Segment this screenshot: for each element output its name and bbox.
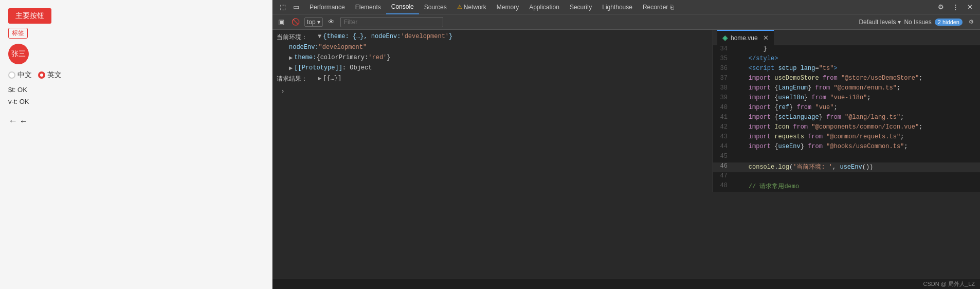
source-filename: home.vue	[731, 34, 758, 42]
line-content-43: import requests from "@common/requets.ts…	[734, 133, 904, 140]
tab-console-label: Console	[391, 3, 414, 10]
proto-sep: : Object	[342, 64, 372, 71]
tab-memory-label: Memory	[497, 4, 519, 11]
issues-settings-icon[interactable]: ⚙	[966, 16, 977, 28]
tab-application-label: Application	[529, 4, 559, 11]
proto-arrow[interactable]: ▶	[289, 64, 293, 72]
devtools-toolbar: ▣ 🚫 top ▾ 👁 Default levels ▾ No Issues 2…	[273, 14, 980, 30]
code-line-40: 40 import {ref} from "vue";	[713, 104, 980, 114]
line-content-41: import {setLanguage} from "@lang/lang.ts…	[734, 114, 904, 121]
radio-chinese-label: 中文	[17, 70, 32, 80]
source-close-icon[interactable]: ✕	[763, 34, 769, 42]
tab-recorder[interactable]: Recorder ⎗	[638, 0, 679, 14]
line-content-48: // 请求常用demo	[734, 182, 799, 191]
tab-memory[interactable]: Memory	[492, 0, 524, 14]
top-select-label: top	[307, 19, 316, 26]
nodeenv-key: nodeEnv:	[289, 44, 319, 51]
tab-performance-label: Performance	[310, 4, 345, 11]
code-line-39: 39 import {useI18n} from "vue-i18n";	[713, 94, 980, 104]
more-icon[interactable]: ⋮	[949, 1, 961, 13]
proto-key: [[Prototype]]	[294, 64, 342, 71]
line-content-34: }	[734, 45, 767, 52]
radio-english[interactable]: 英文	[38, 70, 62, 80]
close-icon[interactable]: ✕	[964, 1, 976, 13]
info-t: $t: OK	[8, 86, 264, 94]
radio-circle-chinese[interactable]	[8, 71, 15, 79]
clear-icon[interactable]: 🚫	[290, 16, 301, 28]
arrow-area: ← ←	[8, 116, 264, 127]
theme-arrow[interactable]: ▶	[289, 54, 293, 62]
preview-panel: 主要按钮 标签 张三 中文 英文 $t: OK v-t: OK ← ←	[0, 0, 273, 289]
console-line1-label: 当前环境：	[277, 33, 318, 42]
line-content-40: import {ref} from "vue";	[734, 104, 838, 111]
code-line-47: 47	[713, 172, 980, 182]
source-popup-header: ◈ home.vue ✕	[713, 30, 980, 45]
tab-lighthouse-label: Lighthouse	[602, 4, 632, 11]
main-button[interactable]: 主要按钮	[8, 8, 51, 24]
console-line1-value2: 'development'	[401, 33, 449, 40]
expand-result-arrow[interactable]: ▶	[318, 75, 321, 82]
arrow-text: ←	[20, 117, 28, 126]
tab-network[interactable]: ⚠ Network	[452, 0, 492, 14]
tab-performance[interactable]: Performance	[304, 0, 350, 14]
tab-security-label: Security	[570, 4, 592, 11]
line-content-46: console.log('当前环境: ', useEnv())	[734, 162, 873, 171]
console-prompt-icon[interactable]: ›	[277, 85, 289, 97]
line-content-42: import Icon from "@components/common/Ico…	[734, 123, 922, 131]
nodeenv-val: "development"	[319, 44, 367, 51]
line-num-35: 35	[713, 55, 734, 62]
line-num-48: 48	[713, 182, 734, 189]
devtools-icons-right: ⚙ ⋮ ✕	[935, 1, 978, 13]
code-line-37: 37 import useDemoStore from "@store/useD…	[713, 75, 980, 84]
top-select[interactable]: top ▾	[304, 17, 323, 27]
tab-console[interactable]: Console	[386, 0, 419, 14]
line-num-46: 46	[713, 162, 734, 170]
expand-env-arrow[interactable]: ▼	[318, 33, 321, 40]
tab-elements[interactable]: Elements	[350, 0, 386, 14]
source-tab[interactable]: ◈ home.vue ✕	[717, 30, 774, 45]
line-content-47	[734, 172, 737, 179]
issues-area: No Issues 2 hidden ⚙	[904, 16, 977, 28]
line-num-36: 36	[713, 65, 734, 72]
code-line-36: 36 <script setup lang="ts">	[713, 65, 980, 75]
code-line-34: 34 }	[713, 45, 980, 55]
default-levels-dropdown[interactable]: Default levels ▾	[859, 19, 901, 26]
theme-key: theme:	[294, 54, 316, 61]
tab-sources-label: Sources	[424, 4, 447, 11]
code-line-48: 48 // 请求常用demo	[713, 182, 980, 192]
line-num-45: 45	[713, 153, 734, 160]
inspect-icon[interactable]: ⬚	[277, 1, 289, 13]
tab-security[interactable]: Security	[565, 0, 597, 14]
sidebar-toggle-icon[interactable]: ▣	[276, 16, 287, 28]
radio-english-label: 英文	[47, 70, 62, 80]
devtools-tabs-bar: ⬚ ▭ Performance Elements Console Sources…	[273, 0, 980, 14]
tab-application[interactable]: Application	[524, 0, 565, 14]
line-content-35: </style>	[734, 55, 778, 62]
theme-val2: 'red'	[368, 54, 387, 61]
radio-chinese[interactable]: 中文	[8, 70, 32, 80]
tab-sources[interactable]: Sources	[419, 0, 452, 14]
device-icon[interactable]: ▭	[290, 1, 302, 13]
line-content-44: import {useEnv} from "@hooks/useCommon.t…	[734, 143, 908, 150]
code-line-45: 45	[713, 153, 980, 162]
tab-network-label: Network	[464, 4, 486, 11]
radio-group: 中文 英文	[8, 70, 264, 80]
no-issues-label: No Issues	[904, 19, 931, 26]
radio-circle-english[interactable]	[38, 71, 45, 79]
tab-lighthouse[interactable]: Lighthouse	[597, 0, 638, 14]
eye-icon[interactable]: 👁	[326, 16, 337, 28]
avatar: 张三	[8, 44, 29, 64]
devtools-panel: ⬚ ▭ Performance Elements Console Sources…	[273, 0, 980, 289]
line-num-42: 42	[713, 123, 734, 131]
line-content-36: <script setup lang="ts">	[734, 65, 838, 72]
line-num-41: 41	[713, 114, 734, 121]
line-num-40: 40	[713, 104, 734, 111]
top-select-chevron: ▾	[317, 19, 320, 26]
code-line-46: 46 console.log('当前环境: ', useEnv())	[713, 162, 980, 172]
bottom-bar: CSDN @ 局外人_LZ	[273, 279, 980, 289]
source-code-area: 34 } 35 </style> 36 <script setup lang="…	[713, 45, 980, 192]
default-levels-chevron: ▾	[898, 19, 901, 26]
network-warn-icon: ⚠	[457, 4, 462, 10]
filter-input[interactable]	[340, 17, 443, 27]
settings-icon[interactable]: ⚙	[935, 1, 947, 13]
